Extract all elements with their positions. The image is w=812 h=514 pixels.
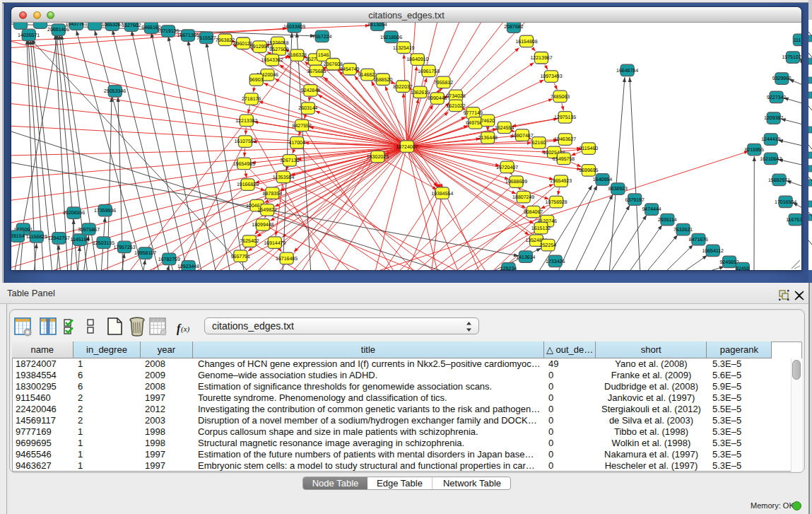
svg-text:19384554: 19384554 <box>431 192 453 197</box>
svg-text:15716485: 15716485 <box>276 257 298 262</box>
svg-text:16154808: 16154808 <box>515 40 537 45</box>
svg-text:1167533: 1167533 <box>786 218 801 223</box>
svg-text:15495758: 15495758 <box>553 157 575 162</box>
svg-text:1546: 1546 <box>318 53 329 58</box>
svg-text:96903: 96903 <box>249 78 264 83</box>
svg-text:9527509: 9527509 <box>269 47 288 52</box>
svg-text:16033809: 16033809 <box>283 25 305 30</box>
svg-text:7955812: 7955812 <box>434 81 453 86</box>
svg-text:18640910: 18640910 <box>406 57 428 62</box>
svg-text:7625402: 7625402 <box>240 239 259 244</box>
svg-text:7485063: 7485063 <box>551 95 570 100</box>
svg-text:9227342: 9227342 <box>767 95 786 100</box>
svg-text:1588520: 1588520 <box>373 78 392 83</box>
svg-text:6734028: 6734028 <box>446 94 465 99</box>
svg-text:16961758: 16961758 <box>418 69 440 74</box>
svg-text:12213967: 12213967 <box>530 56 552 61</box>
svg-text:18437761: 18437761 <box>65 23 87 27</box>
svg-text:8215955: 8215955 <box>745 148 764 153</box>
svg-text:1549822: 1549822 <box>258 208 277 213</box>
svg-text:19166825: 19166825 <box>237 182 259 187</box>
svg-text:7632621: 7632621 <box>673 228 693 233</box>
svg-text:74620: 74620 <box>481 119 495 124</box>
svg-text:1145194: 1145194 <box>71 238 90 243</box>
svg-text:8186328: 8186328 <box>288 53 307 58</box>
svg-text:10756928: 10756928 <box>546 200 567 205</box>
svg-text:2603144: 2603144 <box>298 106 317 111</box>
svg-text:1733426: 1733426 <box>546 259 565 264</box>
svg-text:16210643: 16210643 <box>760 157 782 162</box>
svg-text:16543362: 16543362 <box>261 58 283 63</box>
svg-text:8878354: 8878354 <box>263 192 282 197</box>
svg-text:11156829: 11156829 <box>26 235 47 240</box>
svg-text:1527602: 1527602 <box>122 23 141 28</box>
svg-text:8990448: 8990448 <box>428 96 447 101</box>
svg-text:11171: 11171 <box>794 38 801 43</box>
svg-text:3675685: 3675685 <box>307 69 326 74</box>
svg-text:30975867: 30975867 <box>78 228 100 233</box>
svg-text:2136448: 2136448 <box>478 136 498 141</box>
svg-text:1362615: 1362615 <box>411 90 430 95</box>
svg-text:417004: 417004 <box>289 141 305 146</box>
svg-text:16782759: 16782759 <box>158 257 180 262</box>
svg-text:9777149: 9777149 <box>464 111 483 116</box>
svg-text:9084067: 9084067 <box>524 210 543 215</box>
svg-text:10973493: 10973493 <box>540 74 562 79</box>
svg-text:11325419: 11325419 <box>393 46 415 51</box>
svg-text:10654112: 10654112 <box>702 249 724 254</box>
svg-text:8454749: 8454749 <box>340 67 359 72</box>
svg-text:10463627: 10463627 <box>554 137 576 142</box>
svg-text:2087682: 2087682 <box>504 25 523 30</box>
svg-text:12975135: 12975135 <box>554 115 576 120</box>
svg-text:7963822: 7963822 <box>216 38 235 43</box>
svg-text:12942757: 12942757 <box>48 236 70 241</box>
svg-text:19654985: 19654985 <box>233 162 255 167</box>
svg-text:20691406: 20691406 <box>47 28 69 33</box>
svg-text:18099448: 18099448 <box>252 223 273 228</box>
svg-text:10807487: 10807487 <box>511 134 533 139</box>
svg-text:18302023: 18302023 <box>367 155 389 160</box>
svg-text:8938923: 8938923 <box>608 187 628 192</box>
svg-text:1624554: 1624554 <box>495 126 514 131</box>
svg-text:16107552: 16107552 <box>234 139 256 144</box>
svg-text:11353594: 11353594 <box>273 175 295 180</box>
svg-text:12213382: 12213382 <box>235 119 257 124</box>
svg-text:7557224: 7557224 <box>312 35 331 40</box>
svg-text:92450: 92450 <box>736 267 750 270</box>
svg-text:18724007: 18724007 <box>396 145 418 150</box>
svg-text:9474444: 9474444 <box>642 207 661 212</box>
svg-text:9329966: 9329966 <box>772 76 792 81</box>
svg-text:19218506: 19218506 <box>380 35 402 40</box>
svg-text:2367608: 2367608 <box>324 62 343 67</box>
svg-text:17359936: 17359936 <box>94 209 116 214</box>
svg-text:10719135: 10719135 <box>157 29 179 34</box>
svg-text:(x): (x) <box>181 325 190 334</box>
svg-text:9699695: 9699695 <box>579 168 598 173</box>
svg-text:17016504: 17016504 <box>775 200 796 205</box>
svg-text:14035571: 14035571 <box>18 33 40 38</box>
svg-text:10688609: 10688609 <box>505 180 527 185</box>
svg-text:8427552: 8427552 <box>293 124 312 129</box>
svg-text:1621022: 1621022 <box>446 104 465 109</box>
svg-text:2935114: 2935114 <box>658 218 677 223</box>
svg-text:8813054: 8813054 <box>367 23 387 28</box>
svg-text:12923448: 12923448 <box>177 264 199 269</box>
svg-text:18807249: 18807249 <box>512 195 534 200</box>
svg-text:129234: 129234 <box>500 267 517 270</box>
svg-text:2718176: 2718176 <box>242 97 261 102</box>
svg-text:10958107: 10958107 <box>134 251 156 256</box>
svg-text:39154: 39154 <box>11 234 25 239</box>
svg-text:15692971: 15692971 <box>768 178 790 183</box>
svg-text:62160: 62160 <box>532 141 546 146</box>
svg-text:16648784: 16648784 <box>616 69 638 74</box>
svg-text:1615132: 1615132 <box>531 226 551 231</box>
svg-text:1640954: 1640954 <box>593 177 612 182</box>
svg-text:16914479: 16914479 <box>264 241 286 246</box>
svg-text:9242848: 9242848 <box>301 88 320 93</box>
svg-text:3267130: 3267130 <box>280 158 299 163</box>
svg-text:7515527: 7515527 <box>196 36 216 41</box>
svg-text:10653267: 10653267 <box>101 23 123 28</box>
svg-text:9657791: 9657791 <box>231 255 250 259</box>
svg-text:1209387: 1209387 <box>764 116 783 121</box>
svg-text:20206556: 20206556 <box>63 211 85 216</box>
